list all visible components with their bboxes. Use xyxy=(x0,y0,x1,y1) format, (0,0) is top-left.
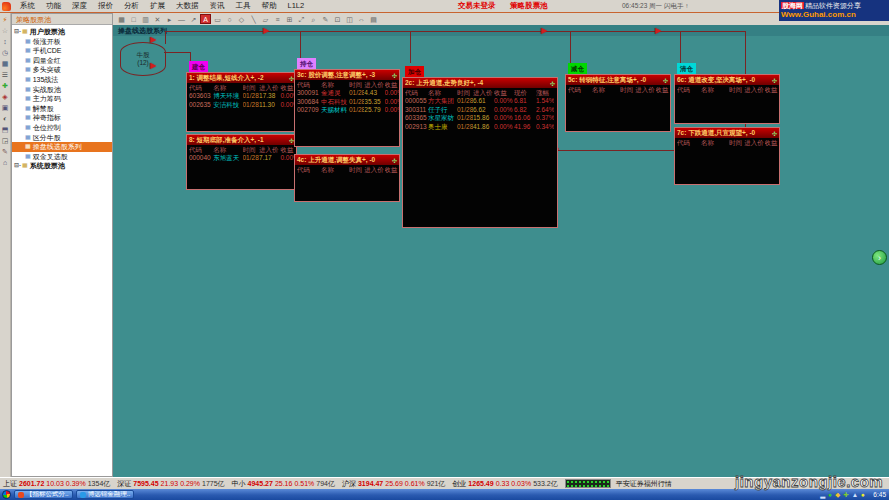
panel-signal-icon[interactable]: ✣ xyxy=(772,130,777,137)
pencil-icon[interactable]: ✎ xyxy=(2,148,8,156)
sidebar-item-四量金红[interactable]: ▦四量金红 xyxy=(12,56,112,66)
panel-signal-icon[interactable]: ✣ xyxy=(392,72,397,79)
grid-icon[interactable]: ▦ xyxy=(2,60,9,68)
pointer-tool-icon[interactable]: A xyxy=(200,14,211,24)
taskbar-button[interactable]: 博远锦金融理.. xyxy=(76,490,135,499)
menu-item[interactable]: 扩展 xyxy=(150,1,165,10)
table-row[interactable]: 000040东旭蓝天01/287.170.00% xyxy=(187,154,296,163)
updown-icon[interactable]: ↕ xyxy=(3,38,7,46)
zoom-icon[interactable]: ⌕ xyxy=(308,14,319,24)
swap-icon[interactable]: ⇔ xyxy=(356,14,367,24)
sidebar-item-135战法[interactable]: ▦135战法 xyxy=(12,75,112,85)
menu-item[interactable]: 深度 xyxy=(72,1,87,10)
sidebar-item-用户股票池[interactable]: ⊟-▦用户股票池 xyxy=(12,27,112,37)
line-tool-icon[interactable]: — xyxy=(176,14,187,24)
index-segment-沪深[interactable]: 沪深3194.4725.690.61%921亿 xyxy=(342,479,447,489)
panel-p4c[interactable]: 4c: 上升通道,调整失真+, -0✣代码名称时间进入价收益 xyxy=(294,154,400,202)
panel-p5c[interactable]: 减仓5c: 转弱特征,注意离场+, -0✣代码名称时间进入价收益 xyxy=(565,74,671,132)
plus-icon[interactable]: ✚ xyxy=(2,82,8,90)
grid-icon[interactable]: ▦ xyxy=(116,14,127,24)
sidebar-item-仓位控制[interactable]: ▦仓位控制 xyxy=(12,123,112,133)
taskbar-clock[interactable]: 6:45 xyxy=(873,491,886,498)
panel-title-bar[interactable]: 1: 调整结果,短线介入+, -2✣ xyxy=(187,73,296,83)
panel-icon[interactable]: ⬒ xyxy=(2,126,9,134)
panel-title-bar[interactable]: 6c: 通道改变,坚决离场+, -0✣ xyxy=(675,75,779,85)
corner-icon[interactable]: ◲ xyxy=(2,137,9,145)
split-icon[interactable]: ◫ xyxy=(344,14,355,24)
sidebar-item-实战股池[interactable]: ▦实战股池 xyxy=(12,85,112,95)
table-row[interactable]: 603365水星家纺01/2815.860.00%16.060.37% xyxy=(403,114,557,123)
table-row[interactable]: 002913奥士康01/2841.860.00%41.960.34% xyxy=(403,123,557,132)
sidebar-item-解禁股[interactable]: ▦解禁股 xyxy=(12,104,112,114)
index-segment-创业[interactable]: 创业1265.490.330.03%533.2亿 xyxy=(452,479,559,489)
table-row[interactable]: 300684中石科技01/2835.350.00% xyxy=(295,98,399,107)
table-row[interactable]: 002709天赐材料01/2825.790.00% xyxy=(295,106,399,115)
box-icon[interactable]: ▣ xyxy=(2,104,9,112)
network-icon[interactable]: ▲ xyxy=(852,491,858,498)
minimized-window-icon[interactable]: ▂ xyxy=(820,491,825,499)
sidebar-item-主力筹码[interactable]: ▦主力筹码 xyxy=(12,94,112,104)
menu-item[interactable]: 系统 xyxy=(20,1,35,10)
arrow-tool-icon[interactable]: ↗ xyxy=(188,14,199,24)
lightning-icon[interactable]: ⚡ xyxy=(3,16,8,24)
trade-login-status[interactable]: 交易未登录 xyxy=(458,1,496,11)
panel-p1[interactable]: 建仓1: 调整结果,短线介入+, -2✣代码名称时间进入价收益603603博天环… xyxy=(186,72,297,132)
flow-cylinder[interactable]: 牛股 (12) xyxy=(120,42,166,76)
panel-title-bar[interactable]: 4c: 上升通道,调整失真+, -0✣ xyxy=(295,155,399,165)
sidebar-tab[interactable]: 策略股票池 xyxy=(12,14,112,25)
health-icon[interactable]: ✚ xyxy=(843,491,848,499)
panel-title-bar[interactable]: 3c: 股价调整,注意调整+, -3✣ xyxy=(295,70,399,80)
sidebar-item-系统股票池[interactable]: ⊟-▦系统股票池 xyxy=(12,161,112,171)
index-segment-深证[interactable]: 深证7595.4521.930.29%1775亿 xyxy=(117,479,226,489)
list-icon[interactable]: ☰ xyxy=(2,71,8,79)
tree-expand-icon[interactable]: ⊟- xyxy=(14,27,21,37)
align-icon[interactable]: ≡ xyxy=(272,14,283,24)
ellipse-tool-icon[interactable]: ○ xyxy=(224,14,235,24)
resize-icon[interactable]: ⤢ xyxy=(296,14,307,24)
panel-p8[interactable]: 8: 短期底部,准备介入+, -1✣代码名称时间进入价收益000040东旭蓝天0… xyxy=(186,134,297,190)
sidebar-item-区分牛股[interactable]: ▦区分牛股 xyxy=(12,133,112,143)
table-row[interactable]: 002635安洁科技01/2811.300.00% xyxy=(187,101,296,110)
mini-chart-widget[interactable] xyxy=(565,479,611,488)
messenger-icon[interactable]: ● xyxy=(828,491,832,498)
panel-title-bar[interactable]: 8: 短期底部,准备介入+, -1✣ xyxy=(187,135,296,145)
menu-item[interactable]: 资讯 xyxy=(210,1,225,10)
table-row[interactable]: 000055方大集团01/286.610.00%6.811.54% xyxy=(403,97,557,106)
table-row[interactable]: 300091金通灵01/284.430.00% xyxy=(295,89,399,98)
diamond-tool-icon[interactable]: ◇ xyxy=(236,14,247,24)
sidebar-item-神奇指标[interactable]: ▦神奇指标 xyxy=(12,113,112,123)
open-icon[interactable]: ▥ xyxy=(140,14,151,24)
parallelogram-tool-icon[interactable]: ▱ xyxy=(260,14,271,24)
side-panel-handle[interactable]: › xyxy=(872,250,887,265)
delete-icon[interactable]: ✕ xyxy=(152,14,163,24)
panel-signal-icon[interactable]: ✣ xyxy=(663,77,668,84)
menu-item[interactable]: 大数据 xyxy=(176,1,199,10)
panel-signal-icon[interactable]: ✣ xyxy=(392,157,397,164)
menu-item[interactable]: 功能 xyxy=(46,1,61,10)
taskbar-button[interactable]: 【指标公式分.. xyxy=(14,490,73,499)
rect-tool-icon[interactable]: ▭ xyxy=(212,14,223,24)
clock-icon[interactable]: ◷ xyxy=(2,49,8,57)
menu-item[interactable]: 工具 xyxy=(236,1,251,10)
panel-signal-icon[interactable]: ✣ xyxy=(772,77,777,84)
panel-title-bar[interactable]: 2c: 上升通道,走势良好+, -4✣ xyxy=(403,78,557,88)
strategy-pool-label[interactable]: 策略股票池 xyxy=(510,1,548,11)
diamond-icon[interactable]: ◈ xyxy=(2,93,7,101)
contrast-icon[interactable]: ◐ xyxy=(3,115,7,123)
edit-icon[interactable]: ✎ xyxy=(320,14,331,24)
panel-p6c[interactable]: 清仓6c: 通道改变,坚决离场+, -0✣代码名称时间进入价收益 xyxy=(674,74,780,124)
node-icon[interactable]: ⊡ xyxy=(332,14,343,24)
layers-icon[interactable]: ▤ xyxy=(368,14,379,24)
diagonal-tool-icon[interactable]: ╲ xyxy=(248,14,259,24)
sidebar-item-手机CDE[interactable]: ▦手机CDE xyxy=(12,46,112,56)
tree-expand-icon[interactable]: ⊟- xyxy=(14,161,21,171)
table-row[interactable]: 603603博天环境01/2817.380.00% xyxy=(187,92,296,101)
start-button[interactable] xyxy=(2,490,11,499)
panel-title-bar[interactable]: 5c: 转弱特征,注意离场+, -0✣ xyxy=(566,75,670,85)
menu-item[interactable]: L1L2 xyxy=(288,1,305,10)
run-icon[interactable]: ▸ xyxy=(164,14,175,24)
flowchart-canvas[interactable]: 操盘线选股系列 ▶▶▶▶▶▶ 牛股 (12) 建仓1: 调整结果,短线介入+, … xyxy=(113,25,889,477)
home-icon[interactable]: ⌂ xyxy=(3,159,7,167)
index-segment-上证[interactable]: 上证2601.7210.030.39%1354亿 xyxy=(3,479,112,489)
menu-item[interactable]: 分析 xyxy=(124,1,139,10)
